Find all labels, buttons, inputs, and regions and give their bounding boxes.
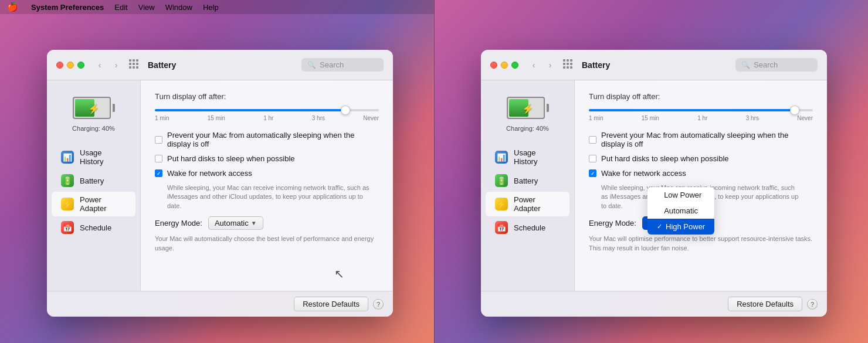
energy-mode-desc-right: Your Mac will optimise performance to be… [589, 235, 813, 253]
checkbox-hard-disks-label-right: Put hard disks to sleep when possible [601, 154, 729, 163]
sidebar-icon-usage-history-left: 📊 [61, 151, 74, 164]
menu-view-left[interactable]: View [138, 3, 155, 12]
battery-tip-left [113, 104, 115, 112]
menu-help-left[interactable]: Help [203, 3, 219, 12]
slider-label-right: Turn display off after: [589, 92, 813, 101]
sidebar-item-power-adapter-left[interactable]: ⚡ Power Adapter [52, 192, 135, 216]
window-body-right: ⚡ Charging: 40% 📊 Usage History 🔋 Batter… [481, 80, 827, 291]
slider-label-1min-right: 1 min [589, 115, 603, 121]
checkbox-wake-network-left[interactable]: Wake for network access [155, 169, 379, 178]
traffic-lights-left [56, 62, 84, 69]
checkbox-prevent-sleep-left[interactable]: Prevent your Mac from automatically slee… [155, 131, 379, 148]
grid-button-right[interactable] [563, 59, 575, 71]
checkbox-prevent-sleep-box-left[interactable] [155, 136, 162, 144]
maximize-button-right[interactable] [511, 62, 518, 69]
search-placeholder-right: Search [754, 60, 778, 69]
checkbox-hard-disks-box-left[interactable] [155, 155, 162, 162]
restore-defaults-button-left[interactable]: Restore Defaults [294, 297, 368, 311]
energy-mode-label-left: Energy Mode: [155, 219, 202, 227]
checkbox-hard-disks-left[interactable]: Put hard disks to sleep when possible [155, 154, 379, 163]
slider-thumb-left[interactable] [341, 106, 350, 115]
sidebar-item-schedule-right[interactable]: 📅 Schedule [486, 218, 569, 237]
menu-edit-left[interactable]: Edit [114, 3, 127, 12]
sidebar-item-usage-history-left[interactable]: 📊 Usage History [52, 145, 135, 169]
low-power-check [657, 192, 660, 199]
battery-bolt-left: ⚡ [88, 103, 100, 114]
desktop-right: 🍎 System Preferences Edit View Window He… [434, 0, 868, 343]
search-icon-right: 🔍 [741, 61, 750, 69]
minimize-button-left[interactable] [67, 62, 74, 69]
energy-mode-dropdown-right[interactable]: Low Power Automatic ✓ High Power [647, 187, 714, 235]
sidebar-icon-usage-history-right: 📊 [495, 151, 508, 164]
checkbox-prevent-sleep-right[interactable]: Prevent your Mac from automatically slee… [589, 131, 813, 148]
dropdown-item-high-power[interactable]: ✓ High Power [647, 219, 714, 235]
window-footer-right: Restore Defaults ? [481, 291, 827, 317]
sidebar-icon-power-adapter-right: ⚡ [495, 198, 508, 210]
maximize-button-left[interactable] [77, 62, 84, 69]
slider-label-1min-left: 1 min [155, 115, 169, 121]
search-icon-left: 🔍 [307, 61, 316, 69]
slider-container-left[interactable]: 1 min 15 min 1 hr 3 hrs Never [155, 109, 379, 121]
sidebar-item-power-adapter-right[interactable]: ⚡ Power Adapter [486, 192, 569, 216]
close-button-left[interactable] [56, 62, 63, 69]
energy-mode-row-left: Energy Mode: Automatic ▼ [155, 216, 379, 230]
sidebar-label-battery-left: Battery [80, 176, 104, 185]
grid-button-left[interactable] [129, 59, 141, 71]
energy-mode-arrow-left: ▼ [251, 220, 257, 226]
checkbox-prevent-sleep-box-right[interactable] [589, 136, 596, 144]
sidebar-icon-battery-right: 🔋 [495, 174, 508, 187]
back-button-left[interactable]: ‹ [94, 59, 106, 71]
dropdown-label-low-power: Low Power [664, 191, 701, 199]
checkbox-hard-disks-right[interactable]: Put hard disks to sleep when possible [589, 154, 813, 163]
sidebar-item-battery-left[interactable]: 🔋 Battery [52, 171, 135, 191]
energy-mode-desc-left: Your Mac will automatically choose the b… [155, 235, 379, 253]
sidebar-label-power-adapter-right: Power Adapter [514, 195, 560, 213]
slider-container-right[interactable]: 1 min 15 min 1 hr 3 hrs Never [589, 109, 813, 121]
sidebar-left: ⚡ Charging: 40% 📊 Usage History 🔋 Batter… [47, 80, 141, 291]
slider-label-left: Turn display off after: [155, 92, 379, 101]
high-power-check: ✓ [657, 223, 662, 230]
slider-thumb-right[interactable] [790, 106, 799, 115]
menu-window-left[interactable]: Window [165, 3, 192, 12]
minimize-button-right[interactable] [501, 62, 508, 69]
menubar-left: 🍎 System Preferences Edit View Window He… [0, 0, 434, 14]
help-button-left[interactable]: ? [373, 299, 384, 310]
energy-mode-select-left[interactable]: Automatic ▼ [208, 216, 263, 230]
search-box-left[interactable]: 🔍 Search [301, 58, 384, 72]
battery-icon-area-right: ⚡ Charging: 40% [481, 90, 574, 144]
search-box-right[interactable]: 🔍 Search [735, 58, 818, 72]
window-right: ‹ › Battery 🔍 Search [481, 50, 827, 317]
back-button-right[interactable]: ‹ [528, 59, 540, 71]
checkbox-prevent-sleep-label-left: Prevent your Mac from automatically slee… [167, 131, 379, 148]
window-left: ‹ › Battery 🔍 Search [47, 50, 393, 317]
battery-icon-area-left: ⚡ Charging: 40% [47, 90, 140, 144]
battery-bolt-right: ⚡ [522, 103, 534, 114]
slider-label-never-left: Never [363, 115, 379, 121]
checkbox-wake-network-right[interactable]: Wake for network access [589, 169, 813, 178]
slider-label-15min-left: 15 min [208, 115, 225, 121]
dropdown-item-automatic[interactable]: Automatic [647, 203, 714, 219]
slider-label-3hrs-left: 3 hrs [312, 115, 325, 121]
help-button-right[interactable]: ? [807, 299, 818, 310]
sidebar-right: ⚡ Charging: 40% 📊 Usage History 🔋 Batter… [481, 80, 575, 291]
window-title-left: Battery [148, 60, 176, 70]
forward-button-left[interactable]: › [110, 59, 122, 71]
sidebar-item-usage-history-right[interactable]: 📊 Usage History [486, 145, 569, 169]
dropdown-item-low-power[interactable]: Low Power [647, 187, 714, 203]
slider-label-1hr-left: 1 hr [263, 115, 273, 121]
checkbox-hard-disks-box-right[interactable] [589, 155, 596, 162]
sidebar-label-power-adapter-left: Power Adapter [80, 195, 126, 213]
close-button-right[interactable] [490, 62, 497, 69]
window-toolbar-right: ‹ › Battery 🔍 Search [481, 50, 827, 80]
checkbox-wake-network-box-right[interactable] [589, 169, 596, 177]
restore-defaults-button-right[interactable]: Restore Defaults [728, 297, 802, 311]
sidebar-label-battery-right: Battery [514, 176, 538, 185]
menu-system-prefs-left[interactable]: System Preferences [31, 3, 104, 12]
window-body-left: ⚡ Charging: 40% 📊 Usage History 🔋 Batter… [47, 80, 393, 291]
sidebar-item-battery-right[interactable]: 🔋 Battery [486, 171, 569, 191]
forward-button-right[interactable]: › [544, 59, 556, 71]
battery-visual-right: ⚡ [507, 97, 549, 120]
sidebar-icon-schedule-right: 📅 [495, 221, 508, 234]
checkbox-wake-network-box-left[interactable] [155, 169, 162, 177]
sidebar-item-schedule-left[interactable]: 📅 Schedule [52, 218, 135, 237]
